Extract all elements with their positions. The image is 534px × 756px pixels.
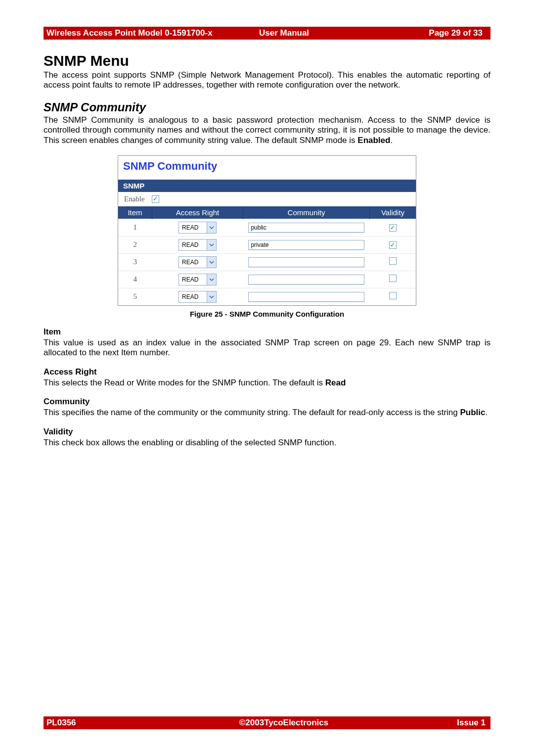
cell-community [243, 288, 370, 305]
label-access-right: Access Right [44, 367, 490, 377]
dropdown-value: READ [179, 274, 207, 285]
paragraph-comm-bold: Public [460, 408, 486, 417]
community-input[interactable] [248, 275, 364, 284]
enable-row: Enable [118, 192, 416, 206]
cell-access-right: READ [152, 271, 243, 288]
chevron-down-icon[interactable] [207, 291, 216, 302]
th-validity: Validity [370, 206, 416, 219]
chevron-down-icon[interactable] [207, 257, 216, 268]
footer-copyright: ©2003TycoElectronics [195, 718, 373, 728]
table-row: 2READ [118, 236, 416, 253]
cell-access-right: READ [152, 253, 243, 271]
paragraph-community-bold: Enabled [357, 136, 390, 145]
validity-checkbox[interactable] [389, 257, 397, 265]
community-input[interactable] [248, 223, 364, 233]
dropdown-value: READ [179, 222, 207, 233]
header-product: Wireless Access Point Model 0-1591700-x [46, 28, 259, 38]
paragraph-community: This specifies the name of the community… [44, 408, 490, 418]
validity-checkbox[interactable] [389, 224, 397, 232]
access-right-dropdown[interactable]: READ [178, 291, 217, 303]
paragraph-comm-text: This specifies the name of the community… [44, 408, 460, 417]
dropdown-value: READ [179, 257, 207, 268]
validity-checkbox[interactable] [389, 292, 397, 299]
cell-community [243, 219, 370, 236]
table-row: 4READ [118, 271, 416, 288]
dropdown-value: READ [179, 239, 207, 250]
paragraph-snmp-intro: The access point supports SNMP (Simple N… [44, 70, 490, 91]
community-input[interactable] [248, 240, 364, 250]
label-community: Community [44, 397, 490, 407]
paragraph-community-intro: The SNMP Community is analogous to a bas… [44, 115, 490, 145]
cell-validity [370, 288, 416, 305]
access-right-dropdown[interactable]: READ [178, 239, 217, 251]
cell-item: 1 [118, 219, 152, 236]
figure-snmp-community: SNMP Community SNMP Enable Item Access R… [118, 155, 416, 306]
access-right-dropdown[interactable]: READ [178, 274, 217, 285]
access-right-dropdown[interactable]: READ [178, 222, 217, 234]
paragraph-community-text: The SNMP Community is analogous to a bas… [44, 115, 490, 145]
cell-community [243, 271, 370, 288]
community-input[interactable] [248, 292, 364, 302]
paragraph-community-end: . [390, 136, 393, 145]
header-page: Page 29 of 33 [378, 28, 488, 38]
enable-label: Enable [124, 195, 145, 203]
cell-validity [370, 253, 416, 271]
dropdown-value: READ [179, 291, 207, 302]
paragraph-access-right: This selects the Read or Write modes for… [44, 378, 490, 388]
header-manual: User Manual [259, 28, 378, 38]
cell-access-right: READ [152, 219, 243, 236]
cell-community [243, 253, 370, 271]
cell-validity [370, 219, 416, 236]
paragraph-ar-text: This selects the Read or Write modes for… [44, 378, 325, 387]
paragraph-item: This value is used as an index value in … [44, 338, 490, 358]
cell-item: 5 [118, 288, 152, 305]
cell-access-right: READ [152, 236, 243, 253]
figure-caption: Figure 25 - SNMP Community Configuration [44, 310, 490, 318]
cell-item: 2 [118, 236, 152, 253]
paragraph-comm-end: . [486, 408, 488, 417]
th-access-right: Access Right [152, 206, 243, 219]
label-item: Item [44, 327, 490, 337]
heading-snmp-community: SNMP Community [44, 100, 490, 114]
cell-access-right: READ [152, 288, 243, 305]
snmp-section-bar: SNMP [118, 180, 416, 192]
label-validity: Validity [44, 427, 490, 437]
access-right-dropdown[interactable]: READ [178, 256, 217, 268]
community-input[interactable] [248, 257, 364, 267]
table-row: 5READ [118, 288, 416, 305]
cell-community [243, 236, 370, 253]
snmp-community-table: Item Access Right Community Validity 1RE… [118, 206, 416, 305]
enable-checkbox[interactable] [152, 195, 159, 203]
page-footer-bar: PL0356 ©2003TycoElectronics Issue 1 [44, 716, 490, 729]
figure-title: SNMP Community [118, 156, 416, 180]
chevron-down-icon[interactable] [207, 222, 216, 233]
footer-doc-id: PL0356 [46, 718, 195, 728]
chevron-down-icon[interactable] [207, 239, 216, 250]
validity-checkbox[interactable] [389, 241, 397, 249]
cell-item: 3 [118, 253, 152, 271]
paragraph-ar-bold: Read [325, 378, 346, 387]
table-row: 1READ [118, 219, 416, 236]
chevron-down-icon[interactable] [207, 274, 216, 285]
footer-issue: Issue 1 [373, 718, 488, 728]
cell-validity [370, 236, 416, 253]
table-row: 3READ [118, 253, 416, 271]
th-community: Community [243, 206, 370, 219]
page-header-bar: Wireless Access Point Model 0-1591700-x … [44, 27, 490, 40]
cell-item: 4 [118, 271, 152, 288]
paragraph-validity: This check box allows the enabling or di… [44, 438, 490, 448]
heading-snmp-menu: SNMP Menu [44, 52, 490, 69]
cell-validity [370, 271, 416, 288]
th-item: Item [118, 206, 152, 219]
validity-checkbox[interactable] [389, 275, 397, 282]
